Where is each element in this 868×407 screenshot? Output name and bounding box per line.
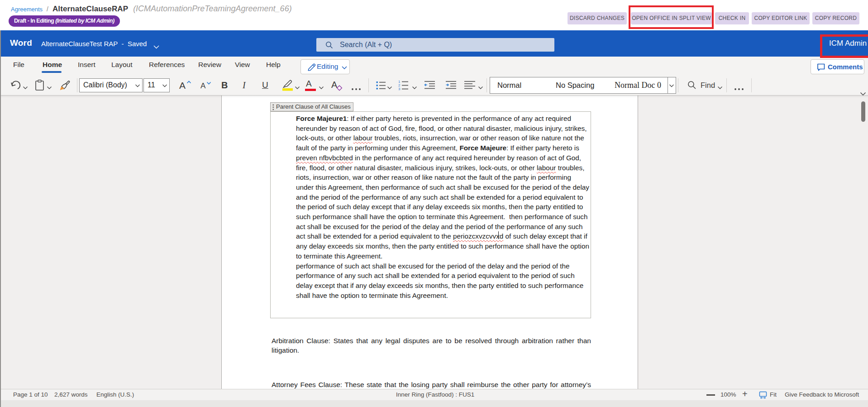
svg-text:3: 3 [398, 87, 401, 90]
